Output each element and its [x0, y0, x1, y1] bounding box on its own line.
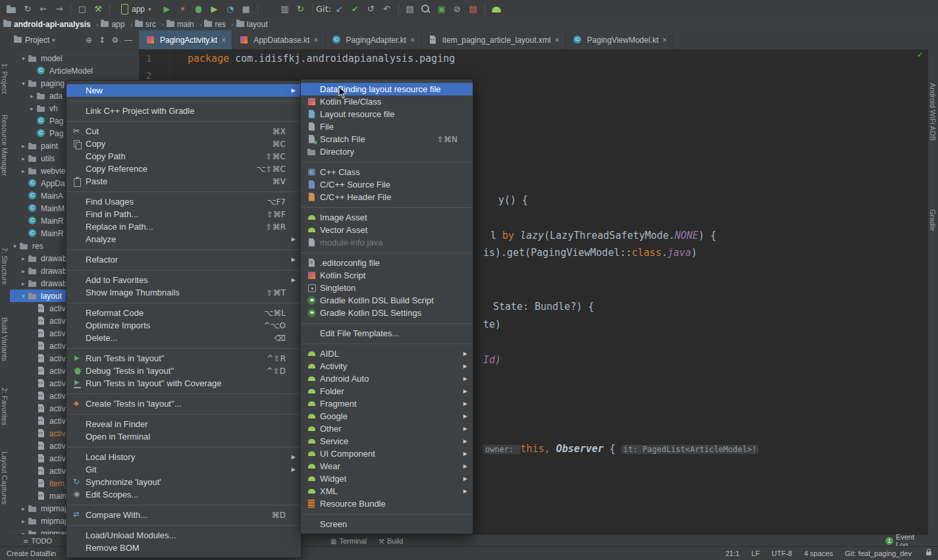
- menu-item[interactable]: Singleton ▶: [301, 282, 473, 294]
- menu-item[interactable]: Vector Asset ▶: [301, 224, 473, 236]
- expander-icon[interactable]: ▾: [20, 55, 27, 62]
- menu-item[interactable]: Gradle Kotlin DSL Build Script ▶: [301, 294, 473, 307]
- caret-position[interactable]: 21:1: [725, 549, 739, 557]
- editor-tab[interactable]: PagingAdapter.kt ×: [325, 30, 421, 49]
- menu-item[interactable]: New ▶: [66, 84, 301, 97]
- menu-item[interactable]: Paste ⌘V ▶: [66, 175, 301, 188]
- git-commit-icon[interactable]: ✔: [348, 2, 363, 16]
- menu-item[interactable]: Optimize Imports ^⌥O ▶: [66, 319, 301, 332]
- menu-item[interactable]: Cut ⌘X ▶: [66, 125, 301, 138]
- coverage-icon[interactable]: ▶: [207, 2, 222, 16]
- android-icon[interactable]: [488, 2, 504, 16]
- menu-item[interactable]: File ▶: [301, 120, 473, 133]
- menu-item[interactable]: Delete... ⌫ ▶: [66, 332, 301, 344]
- menu-item[interactable]: Kotlin Script ▶: [301, 269, 473, 282]
- expander-icon[interactable]: ▸: [20, 505, 27, 512]
- git-update-icon[interactable]: ↙: [332, 2, 348, 16]
- editor-tab[interactable]: PagingViewModel.kt ×: [566, 30, 674, 49]
- lock-icon[interactable]: [926, 551, 931, 555]
- structure-widget-icon[interactable]: ▣: [434, 2, 450, 16]
- expander-icon[interactable]: ▸: [20, 255, 27, 262]
- menu-item[interactable]: Copy ⌘C ▶: [66, 138, 301, 150]
- expander-icon[interactable]: ▾: [20, 293, 27, 299]
- expander-icon[interactable]: ▸: [20, 518, 27, 524]
- layout-inspector-icon[interactable]: ▥: [277, 2, 293, 16]
- git-history-icon[interactable]: ↺: [363, 2, 379, 16]
- open-project-icon[interactable]: [4, 2, 20, 16]
- menu-item[interactable]: Resource Bundle ▶: [301, 497, 473, 510]
- collapse-all-icon[interactable]: ↕: [95, 36, 109, 45]
- menu-item[interactable]: Load/Unload Modules... ▶: [66, 529, 301, 542]
- menu-item[interactable]: Scratch File ⇧⌘N ▶: [301, 133, 473, 145]
- git-rollback-icon[interactable]: ↶: [379, 2, 395, 16]
- profiler-icon[interactable]: ◔: [222, 2, 238, 16]
- editor-tab[interactable]: AppDatabase.kt ×: [232, 30, 325, 49]
- menu-item[interactable]: Kotlin File/Class ▶: [301, 95, 473, 108]
- menu-item[interactable]: DataBinding layout resource file ▶: [301, 83, 473, 95]
- back-icon[interactable]: ←: [36, 2, 51, 16]
- menu-item[interactable]: XML ▶: [301, 485, 473, 497]
- menu-item[interactable]: Other ▶: [301, 422, 473, 435]
- menu-item[interactable]: Local History ▶: [66, 451, 301, 463]
- menu-item[interactable]: Layout resource file ▶: [301, 108, 473, 120]
- menu-item[interactable]: Open in Terminal ▶: [66, 430, 301, 443]
- menu-item[interactable]: Git ▶: [66, 463, 301, 476]
- editor-tab[interactable]: PagingActivity.kt ×: [139, 30, 232, 49]
- menu-item[interactable]: Screen ▶: [301, 518, 473, 530]
- expander-icon[interactable]: ▸: [28, 93, 36, 99]
- breadcrumb-item[interactable]: src ›: [135, 20, 167, 29]
- menu-item[interactable]: .editorconfig file ▶: [301, 257, 473, 269]
- menu-item[interactable]: Run 'Tests in 'layout'' with Coverage ▶: [66, 377, 301, 390]
- disable-icon[interactable]: ⊘: [450, 2, 465, 16]
- expander-icon[interactable]: ▸: [20, 143, 27, 149]
- breadcrumb-item[interactable]: layout ›: [236, 20, 268, 29]
- menu-item[interactable]: AIDL ▶: [301, 347, 473, 360]
- menu-item[interactable]: module-info.java ▶: [301, 236, 473, 249]
- menu-item[interactable]: Refactor ▶: [66, 253, 301, 266]
- expander-icon[interactable]: ▾: [11, 243, 18, 249]
- tool-window-button[interactable]: Resource Manager: [1, 115, 9, 176]
- tree-row[interactable]: ▾ model: [10, 52, 139, 64]
- menu-item[interactable]: Compare With... ⌘D ▶: [66, 509, 301, 521]
- project-panel-title[interactable]: Project: [25, 36, 49, 45]
- menu-item[interactable]: Service ▶: [301, 435, 473, 447]
- logcat-icon[interactable]: ▤: [465, 2, 481, 16]
- menu-item[interactable]: Add to Favorites ▶: [66, 274, 301, 286]
- inspections-ok-icon[interactable]: ✓: [917, 50, 924, 59]
- menu-item[interactable]: Copy Path ⇧⌘C ▶: [66, 150, 301, 163]
- indent-setting[interactable]: 4 spaces: [804, 549, 833, 557]
- menu-item[interactable]: Show Image Thumbnails ⇧⌘T ▶: [66, 286, 301, 299]
- close-icon[interactable]: ×: [314, 36, 319, 45]
- settings-gear-icon[interactable]: ⚙: [109, 36, 122, 45]
- expander-icon[interactable]: ▸: [20, 268, 27, 274]
- menu-item[interactable]: Reformat Code ⌥⌘L ▶: [66, 307, 301, 319]
- run-config-selector[interactable]: app ▾: [116, 3, 157, 15]
- close-icon[interactable]: ×: [221, 36, 226, 45]
- event-log-button[interactable]: 1 Event Log: [885, 535, 928, 547]
- menu-item[interactable]: Synchronize 'layout' ▶: [66, 476, 301, 488]
- menu-item[interactable]: Create 'Tests in 'layout''... ▶: [66, 397, 301, 410]
- avd-manager-icon[interactable]: [261, 2, 277, 16]
- expander-icon[interactable]: ▸: [20, 280, 27, 287]
- menu-item[interactable]: Android Auto ▶: [301, 372, 473, 385]
- forward-icon[interactable]: →: [51, 2, 67, 16]
- tool-window-button[interactable]: 2: Favorites: [1, 388, 9, 425]
- menu-item[interactable]: Analyze ▶: [66, 233, 301, 245]
- tree-row[interactable]: ArticleModel: [10, 64, 139, 77]
- menu-item[interactable]: Gradle Kotlin DSL Settings ▶: [301, 307, 473, 319]
- edit-run-config-icon[interactable]: ▢: [74, 2, 90, 16]
- menu-item[interactable]: Wear ▶: [301, 460, 473, 472]
- run-icon[interactable]: ▶: [159, 2, 175, 16]
- gradle-sync-icon[interactable]: ↻: [293, 2, 309, 16]
- close-icon[interactable]: ×: [410, 36, 415, 45]
- project-folders-icon[interactable]: ▤: [402, 2, 418, 16]
- expander-icon[interactable]: ▾: [20, 80, 27, 87]
- menu-item[interactable]: Activity ▶: [301, 360, 473, 372]
- menu-item[interactable]: Widget ▶: [301, 472, 473, 485]
- menu-item[interactable]: Find in Path... ⇧⌘F ▶: [66, 208, 301, 220]
- menu-item[interactable]: Run 'Tests in 'layout'' ^⇧R ▶: [66, 352, 301, 365]
- breadcrumb-item[interactable]: main ›: [167, 20, 205, 29]
- breadcrumb-item[interactable]: app ›: [101, 20, 135, 29]
- tool-window-button[interactable]: Build Variants: [1, 317, 9, 361]
- tool-window-button[interactable]: 1: Project: [1, 63, 9, 93]
